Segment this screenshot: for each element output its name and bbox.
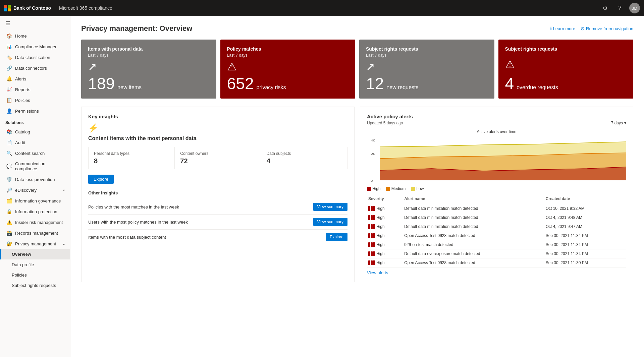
cell-created-date: Oct 4, 2021 9:47 AM [544,222,626,231]
sidebar-item-policies[interactable]: 📋 Policies [0,95,70,106]
cell-alert-name: Default data minimization match detected [403,222,544,231]
settings-icon[interactable]: ⚙ [600,3,610,13]
remove-icon: ⊘ [581,26,585,31]
cell-created-date: Sep 30, 2021 11:34 PM [544,231,626,240]
app-title: Microsoft 365 compliance [59,5,112,11]
sidebar-item-reports[interactable]: 📈 Reports [0,84,70,95]
remove-nav-link[interactable]: ⊘ Remove from navigation [581,26,633,31]
view-summary-users-button[interactable]: View summary [313,218,347,226]
card-subject-rights-new[interactable]: Subject rights requests Last 7 days ↗ 12… [359,40,494,99]
sidebar-item-comm-compliance[interactable]: 💬 Communication compliance [0,159,70,174]
sidebar-item-data-classification[interactable]: 🏷️ Data classification [0,52,70,63]
card-label: privacy risks [257,84,286,91]
org-name: Bank of Contoso [13,5,51,11]
severity-bars [368,233,375,238]
severity-bars [368,242,375,247]
alerts-table: Severity Alert name Created date [367,195,626,267]
card-items-personal[interactable]: Items with personal data Last 7 days ↗ 1… [81,40,216,99]
sidebar-item-label: Information protection [15,209,57,214]
medium-color-dot [386,187,390,191]
card-title: Subject rights requests [366,46,488,52]
learn-more-link[interactable]: ℹ Learn more [550,26,575,31]
table-row: High Open Access Test 0928 match detecte… [367,231,626,240]
main-content: Privacy management: Overview ℹ Learn mor… [70,16,644,357]
audit-icon: 📄 [6,140,12,145]
catalog-icon: 📚 [6,129,12,134]
card-subtitle: Last 7 days [88,53,210,58]
sidebar-item-records-mgmt[interactable]: 🗃️ Records management [0,228,70,238]
arrow-up-icon: ↗ [88,60,210,73]
card-policy-matches[interactable]: Policy matches Last 7 days ⚠ 652 privacy… [220,40,356,99]
chevron-down-icon: ▾ [624,121,626,125]
sidebar-item-data-profile[interactable]: Data profile [0,259,70,270]
cell-severity: High [367,258,403,267]
sidebar-item-catalog[interactable]: 📚 Catalog [0,126,70,137]
search-icon: 🔍 [6,151,12,156]
alerts-title: Active policy alerts [367,114,413,119]
logo-squares [4,5,11,11]
sidebar-item-compliance-manager[interactable]: 📊 Compliance Manager [0,41,70,52]
cell-alert-name: 929-oa-test match detected [403,240,544,249]
sidebar-item-data-loss[interactable]: 🛡️ Data loss prevention [0,174,70,185]
sidebar-item-audit[interactable]: 📄 Audit [0,137,70,148]
avatar[interactable]: JD [629,3,640,13]
sidebar-item-insider-risk[interactable]: ⚠️ Insider risk management [0,217,70,228]
sidebar-item-label: Compliance Manager [15,44,57,49]
warning-icon: ⚠️ [6,220,12,225]
sidebar-item-policies-sub[interactable]: Policies [0,270,70,280]
cell-severity: High [367,240,403,249]
lightning-icon: ⚡ [88,123,347,133]
explore-button[interactable]: Explore [88,175,114,184]
policies-sub-label: Policies [12,273,27,278]
alert-triangle-icon: ⚠ [227,60,349,73]
permissions-icon: 👤 [6,108,12,114]
help-icon[interactable]: ? [614,3,625,13]
alerts-updated: Updated 5 days ago 7 days ▾ [367,121,626,125]
sidebar-item-label: Permissions [15,109,39,114]
chevron-up-icon: ▴ [63,242,65,246]
stat-data-subjects: Data subjects 4 [261,147,347,169]
legend-low: Low [411,186,424,191]
time-period-selector[interactable]: 7 days ▾ [611,121,626,125]
arrow-up-icon2: ↗ [366,60,488,73]
sidebar-item-overview[interactable]: Overview [0,249,70,259]
sidebar-item-data-connectors[interactable]: 🔗 Data connectors [0,63,70,73]
card-number: 12 [366,76,384,92]
compliance-icon: 📊 [6,44,12,49]
col-severity: Severity [367,195,403,204]
severity-bars [368,251,375,256]
connector-icon: 🔗 [6,65,12,71]
sidebar-item-label: Home [15,34,27,39]
view-summary-policies-button[interactable]: View summary [313,203,347,211]
sidebar-item-content-search[interactable]: 🔍 Content search [0,148,70,159]
sidebar-item-ediscovery[interactable]: 🔎 eDiscovery ▾ [0,185,70,195]
sidebar-item-privacy-mgmt[interactable]: 🔐 Privacy management ▴ [0,238,70,249]
hamburger-button[interactable]: ☰ [0,16,70,31]
data-profile-label: Data profile [12,262,34,267]
app-logo[interactable]: Bank of Contoso [4,5,51,11]
solutions-label: Solutions [0,116,70,126]
insights-heading: Content items with the most personal dat… [88,135,347,141]
view-alerts-link[interactable]: View alerts [367,270,388,275]
cell-alert-name: Default data minimization match detected [403,204,544,213]
chart-legend: High Medium Low [367,186,626,191]
chart-title: Active alerts over time [367,129,626,134]
card-subject-rights-overdue[interactable]: Subject rights requests ⚠ 4 overdue requ… [498,40,634,99]
low-color-dot [411,187,415,191]
sidebar-item-home[interactable]: 🏠 Home [0,31,70,41]
cell-alert-name: Open Access Test 0928 match detected [403,231,544,240]
card-subtitle: Last 7 days [227,53,349,58]
col-created-date: Created date [544,195,626,204]
sidebar-item-alerts[interactable]: 🔔 Alerts [0,73,70,84]
sidebar-item-label: Audit [15,140,25,145]
chart-area: 40 20 0 [367,137,626,184]
sidebar-item-label: Insider risk management [15,220,63,225]
sidebar-item-permissions[interactable]: 👤 Permissions [0,106,70,116]
sidebar-item-info-governance[interactable]: 🗂️ Information governance [0,195,70,206]
insight-row-items: Items with the most data subject content… [88,230,347,244]
sidebar-item-info-protection[interactable]: 🔒 Information protection [0,206,70,217]
sidebar-item-subject-rights[interactable]: Subject rights requests [0,280,70,291]
shield-icon: 🛡️ [6,177,12,182]
sidebar-item-label: Records management [15,231,58,236]
explore-items-button[interactable]: Explore [326,233,347,241]
